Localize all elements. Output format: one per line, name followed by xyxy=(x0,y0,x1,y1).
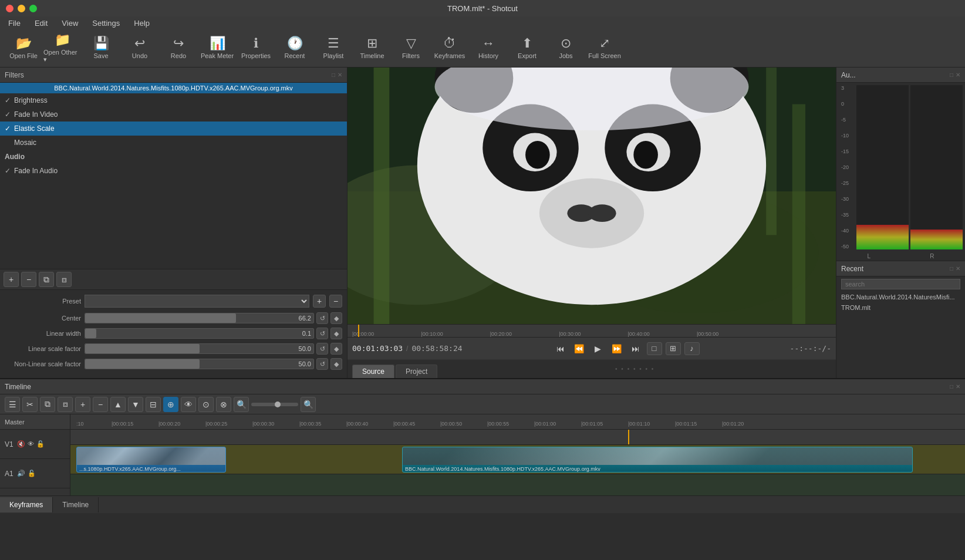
tab-keyframes[interactable]: Keyframes xyxy=(0,497,53,512)
timeline-split-button[interactable]: ⊟ xyxy=(146,397,161,412)
preview-timeline[interactable]: |00:00:00 |00:10:00 |00:20:00 |00:30:00 … xyxy=(347,324,836,337)
timeline-close-button[interactable]: ✕ xyxy=(956,383,960,390)
keyframes-button[interactable]: ⏱ Keyframes xyxy=(431,31,468,66)
timeline-button[interactable]: ⊞ Timeline xyxy=(353,31,391,66)
loop-button[interactable]: □ xyxy=(647,342,662,355)
tab-source[interactable]: Source xyxy=(352,365,394,378)
zoom-out-button[interactable]: 🔍 xyxy=(234,397,249,412)
clip-v1-1[interactable]: BBC.Natural.World.2014.Natures.Misfits.1… xyxy=(402,447,913,473)
export-button[interactable]: ⬆ Export xyxy=(508,31,546,66)
recent-item-0[interactable]: BBC.Natural.World.2014.NaturesMisfi... xyxy=(836,292,965,302)
audio-float-button[interactable]: □ xyxy=(950,72,953,78)
peak-meter-button[interactable]: 📊 Peak Meter xyxy=(198,31,236,66)
filter-paste-button[interactable]: ⧈ xyxy=(56,272,72,287)
timeline-float-button[interactable]: □ xyxy=(950,383,953,390)
audio-close-button[interactable]: ✕ xyxy=(956,72,960,78)
timeline-chain-button[interactable]: ⊗ xyxy=(216,397,231,412)
grid-button[interactable]: ⊞ xyxy=(666,342,681,355)
timeline-remove-button[interactable]: − xyxy=(93,397,108,412)
skip-start-button[interactable]: ⏮ xyxy=(553,341,568,356)
param-fill-linear-scale xyxy=(85,344,200,353)
fullscreen-button[interactable]: ⤢ Full Screen xyxy=(586,31,623,66)
ruler-tick-2: |00:20:00 xyxy=(490,331,512,337)
play-button[interactable]: ▶ xyxy=(591,341,606,356)
param-keyframe-nonlinear-scale[interactable]: ◆ xyxy=(330,358,342,370)
minimize-button[interactable] xyxy=(18,5,25,12)
menu-help[interactable]: Help xyxy=(130,18,153,29)
filters-button[interactable]: ▽ Filters xyxy=(392,31,430,66)
properties-button[interactable]: ℹ Properties xyxy=(237,31,275,66)
maximize-button[interactable] xyxy=(29,5,37,12)
param-slider-center[interactable]: 66.2 xyxy=(85,313,314,323)
track-audio-icon[interactable]: 🔊 xyxy=(17,470,25,477)
menu-file[interactable]: File xyxy=(5,18,24,29)
filter-item-fade-in-audio[interactable]: ✓ Fade In Audio xyxy=(0,164,347,178)
timeline-ripple-button[interactable]: 👁 xyxy=(181,397,196,412)
timeline-lift-button[interactable]: ▲ xyxy=(110,397,126,412)
track-audio-lock-icon[interactable]: 🔓 xyxy=(28,470,36,477)
recent-float-button[interactable]: □ xyxy=(950,265,953,272)
timeline-tracks-labels: Master V1 🔇 👁 🔓 A1 🔊 🔓 xyxy=(0,414,70,495)
param-slider-nonlinear-scale[interactable]: 50.0 xyxy=(85,359,314,369)
filters-close-button[interactable]: ✕ xyxy=(338,72,342,78)
filter-item-brightness[interactable]: ✓ Brightness xyxy=(0,93,347,107)
param-keyframe-center[interactable]: ◆ xyxy=(330,312,342,324)
filter-item-mosaic[interactable]: Mosaic xyxy=(0,136,347,150)
timeline-add-button[interactable]: + xyxy=(75,397,90,412)
recent-button[interactable]: 🕐 Recent xyxy=(276,31,313,66)
filter-copy-button[interactable]: ⧉ xyxy=(39,272,54,287)
skip-end-button[interactable]: ⏭ xyxy=(628,341,643,356)
history-button[interactable]: ↔ History xyxy=(470,31,507,66)
undo-button[interactable]: ↩ Undo xyxy=(121,31,158,66)
step-back-button[interactable]: ⏪ xyxy=(572,341,587,356)
param-reset-center[interactable]: ↺ xyxy=(316,312,328,324)
filter-remove-button[interactable]: − xyxy=(21,272,36,287)
close-button[interactable] xyxy=(6,5,14,12)
param-slider-linear-scale[interactable]: 50.0 xyxy=(85,343,314,354)
timeline-copy-button[interactable]: ⧉ xyxy=(40,397,55,412)
step-forward-button[interactable]: ⏩ xyxy=(609,341,625,356)
tab-timeline[interactable]: Timeline xyxy=(53,497,99,512)
clip-v1-0[interactable]: ...s.1080p.HDTV.x265.AAC.MVGroup.org... xyxy=(76,447,226,473)
timeline-snap-button[interactable]: ⊕ xyxy=(163,397,178,412)
preset-select[interactable] xyxy=(85,295,309,308)
preset-add-button[interactable]: + xyxy=(313,295,326,308)
jobs-button[interactable]: ⊙ Jobs xyxy=(547,31,585,66)
filter-item-elastic-scale[interactable]: ✓ Elastic Scale xyxy=(0,122,347,136)
audio-button[interactable]: ♪ xyxy=(684,342,700,355)
track-solo-icon[interactable]: 👁 xyxy=(28,440,34,448)
timeline-paste-button[interactable]: ⧈ xyxy=(58,397,73,412)
open-other-button[interactable]: 📁 Open Other ▾ xyxy=(43,31,81,66)
timeline-overwrite-button[interactable]: ▼ xyxy=(128,397,143,412)
menu-edit[interactable]: Edit xyxy=(31,18,51,29)
timeline-menu-button[interactable]: ☰ xyxy=(5,397,20,412)
recent-close-button[interactable]: ✕ xyxy=(956,265,960,272)
recent-item-1[interactable]: TROM.mlt xyxy=(836,302,965,313)
filters-float-button[interactable]: □ xyxy=(332,72,335,78)
param-keyframe-linear-width[interactable]: ◆ xyxy=(330,328,342,339)
filter-add-button[interactable]: + xyxy=(4,272,19,287)
param-reset-nonlinear-scale[interactable]: ↺ xyxy=(316,358,328,370)
tab-project[interactable]: Project xyxy=(396,365,437,378)
menu-settings[interactable]: Settings xyxy=(89,18,123,29)
recent-search-input[interactable] xyxy=(841,279,960,289)
timeline-tracks-area[interactable]: :10 |00:00:15 |00:00:20 |00:00:25 |00:00… xyxy=(70,414,965,495)
preset-remove-button[interactable]: − xyxy=(329,295,342,308)
filter-item-fade-in-video[interactable]: ✓ Fade In Video xyxy=(0,107,347,122)
zoom-in-button[interactable]: 🔍 xyxy=(301,397,316,412)
param-reset-linear-scale[interactable]: ↺ xyxy=(316,343,328,355)
track-lock-icon[interactable]: 🔓 xyxy=(36,440,45,448)
timeline-scrub-button[interactable]: ⊙ xyxy=(198,397,214,412)
save-button[interactable]: 💾 Save xyxy=(82,31,120,66)
menu-view[interactable]: View xyxy=(58,18,82,29)
param-slider-linear-width[interactable]: 0.1 xyxy=(85,328,314,339)
open-file-button[interactable]: 📂 Open File xyxy=(5,31,42,66)
meter-label-0: 0 xyxy=(841,101,853,107)
track-mute-icon[interactable]: 🔇 xyxy=(17,440,25,448)
zoom-slider[interactable] xyxy=(251,403,298,406)
param-keyframe-linear-scale[interactable]: ◆ xyxy=(330,343,342,355)
timeline-cut-button[interactable]: ✂ xyxy=(22,397,38,412)
playlist-button[interactable]: ☰ Playlist xyxy=(315,31,352,66)
redo-button[interactable]: ↪ Redo xyxy=(160,31,197,66)
param-reset-linear-width[interactable]: ↺ xyxy=(316,328,328,339)
